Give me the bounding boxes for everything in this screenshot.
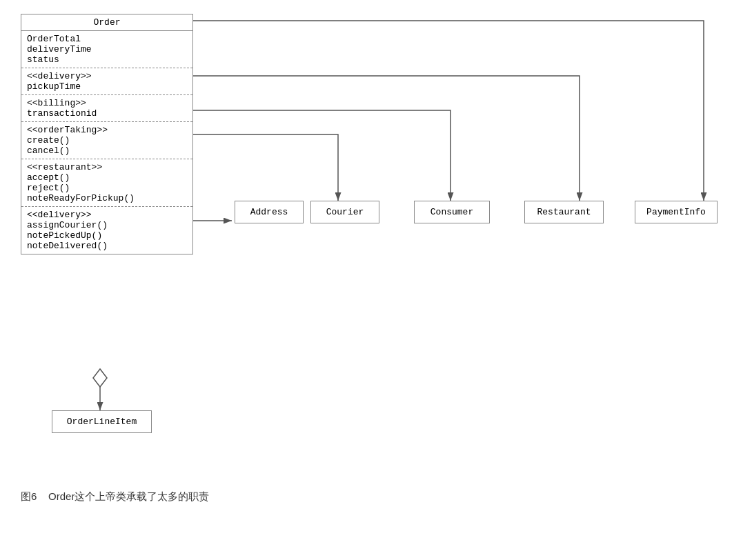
order-restaurant-accept: accept() bbox=[27, 172, 187, 183]
order-header: Order bbox=[21, 14, 192, 31]
order-billing-stereotype: <<billing>> bbox=[27, 98, 187, 108]
consumer-label: Consumer bbox=[431, 207, 473, 217]
order-delivery2-delivered: noteDelivered() bbox=[27, 241, 187, 251]
order-section-delivery: <<delivery>> pickupTime bbox=[21, 68, 192, 95]
paymentinfo-box: PaymentInfo bbox=[635, 201, 718, 223]
order-billing-transaction: transactionid bbox=[27, 108, 187, 119]
order-section-attrs: OrderTotal deliveryTime status bbox=[21, 31, 192, 68]
paymentinfo-label: PaymentInfo bbox=[646, 207, 706, 217]
restaurant-label: Restaurant bbox=[537, 207, 591, 217]
order-restaurant-note: noteReadyForPickup() bbox=[27, 193, 187, 203]
order-section-ordertaking: <<orderTaking>> create() cancel() bbox=[21, 122, 192, 159]
order-delivery2-stereotype: <<delivery>> bbox=[27, 210, 187, 220]
order-delivery2-pickedup: notePickedUp() bbox=[27, 230, 187, 241]
address-label: Address bbox=[250, 207, 288, 217]
svg-marker-3 bbox=[93, 369, 107, 387]
order-line-item-label: OrderLineItem bbox=[67, 417, 137, 427]
order-ordertaking-cancel: cancel() bbox=[27, 146, 187, 156]
order-delivery2-assign: assignCourier() bbox=[27, 220, 187, 230]
order-section-delivery2: <<delivery>> assignCourier() notePickedU… bbox=[21, 207, 192, 254]
order-box: Order OrderTotal deliveryTime status <<d… bbox=[21, 14, 193, 254]
caption-separator bbox=[40, 490, 46, 502]
order-restaurant-reject: reject() bbox=[27, 183, 187, 193]
order-delivery-stereotype: <<delivery>> bbox=[27, 71, 187, 81]
courier-label: Courier bbox=[326, 207, 364, 217]
order-section-restaurant: <<restaurant>> accept() reject() noteRea… bbox=[21, 159, 192, 207]
order-section-billing: <<billing>> transactionid bbox=[21, 95, 192, 122]
order-ordertaking-stereotype: <<orderTaking>> bbox=[27, 125, 187, 135]
order-restaurant-stereotype: <<restaurant>> bbox=[27, 162, 187, 172]
order-attr-3: status bbox=[27, 54, 187, 65]
restaurant-box: Restaurant bbox=[524, 201, 604, 223]
order-line-item-box: OrderLineItem bbox=[52, 410, 152, 433]
order-ordertaking-create: create() bbox=[27, 135, 187, 146]
caption-area: 图6 Order这个上帝类承载了太多的职责 bbox=[21, 490, 209, 503]
consumer-box: Consumer bbox=[414, 201, 490, 223]
order-attr-2: deliveryTime bbox=[27, 44, 187, 54]
caption-figure: 图6 bbox=[21, 490, 37, 502]
diagram-container: Order OrderTotal deliveryTime status <<d… bbox=[0, 0, 752, 517]
order-delivery-pickup: pickupTime bbox=[27, 81, 187, 92]
order-attr-1: OrderTotal bbox=[27, 34, 187, 44]
caption-text: Order这个上帝类承载了太多的职责 bbox=[48, 490, 209, 502]
courier-box: Courier bbox=[310, 201, 379, 223]
address-box: Address bbox=[235, 201, 304, 223]
